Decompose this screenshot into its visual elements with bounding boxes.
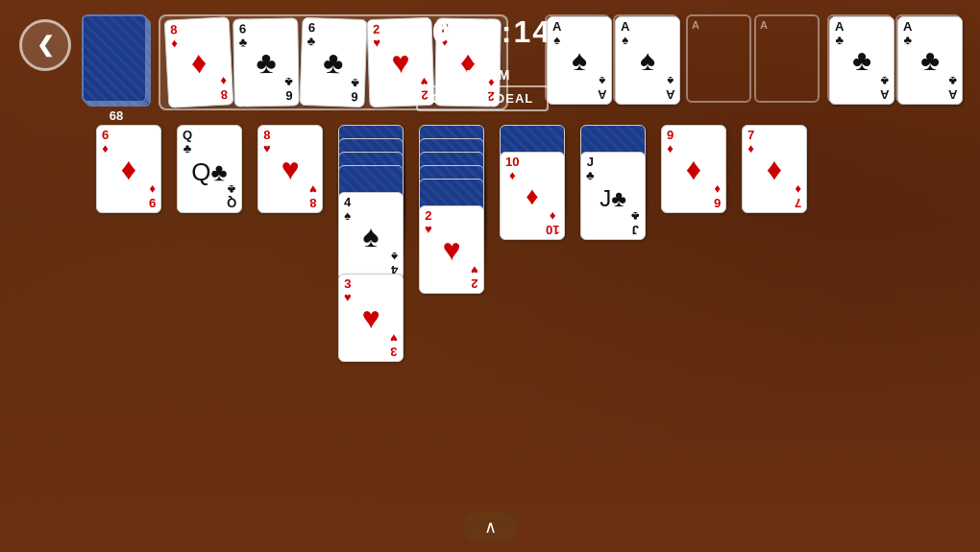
tableau-col-3: 4♠ ♠ 4♠ 3♥ ♥ 3♥ [338, 125, 407, 394]
difficulty-display: MEDIUM [413, 67, 551, 83]
bottom-arrow-button[interactable]: ∧ [463, 512, 518, 542]
tableau-card-7-0[interactable]: 9♦ ♦ 6♦ [661, 125, 726, 213]
score-display: 8 8 [413, 50, 551, 67]
tableau-card-8-0[interactable]: 7♦ ♦ 7♦ [742, 125, 807, 213]
tableau-card-4-0[interactable]: 2♥ ♥ 2♥ [419, 205, 484, 294]
dealt-card-2[interactable]: 6♣ ♣ 6♣ [299, 17, 367, 108]
timer-area: 00:00:14 8 8 MEDIUM CHANGE DEAL [413, 14, 551, 111]
tableau-col-8: 7♦ ♦ 7♦ [742, 125, 811, 336]
foundation-card-as2: A♠ ♠ A♠ [615, 16, 680, 105]
tableau-card-5-0[interactable]: 10♦ ♦ 10♦ [500, 152, 565, 240]
foundation-slot-3a[interactable]: A♣ ♣ A♣ [827, 14, 893, 103]
deck-stack[interactable]: 68 [82, 14, 151, 106]
deck-area: 68 [82, 14, 151, 106]
foundations-area: A♠ ♠ A♠ A♠ ♠ A♠ A A A♣ ♣ A♣ [545, 14, 961, 103]
foundation-card-as1: A♠ ♠ A♠ [547, 16, 612, 105]
tableau-card-3-0[interactable]: 4♠ ♠ 4♠ [338, 192, 404, 280]
back-button[interactable] [19, 19, 71, 71]
tableau-col-5: 10♦ ♦ 10♦ [500, 125, 569, 336]
dealt-card-1[interactable]: 6♣ ♣ 6♣ [233, 17, 300, 107]
foundation-group-3: A♣ ♣ A♣ A♣ ♣ A♣ [827, 14, 961, 103]
tableau: 6♦ ♦ 9♦ Q♣ Q♣ Q♣ 8♥ ♥ 8♥ 4♠ ♠ 4♠ 3♥ [96, 125, 961, 394]
foundation-slot-2b[interactable]: A [754, 14, 820, 103]
dealt-card-0[interactable]: 8♦ ♦ 8♦ [164, 16, 234, 108]
foundation-card-ac1: A♣ ♣ A♣ [829, 16, 894, 105]
tableau-col-0: 6♦ ♦ 9♦ [96, 125, 165, 278]
foundation-card-ac2: A♣ ♣ A♣ [897, 16, 963, 105]
foundation-slot-3b[interactable]: A♣ ♣ A♣ [895, 14, 961, 103]
tableau-col-6: J♣ J♣ J♣ [580, 125, 649, 336]
deck-count: 68 [110, 108, 123, 123]
tableau-card-6-0[interactable]: J♣ J♣ J♣ [580, 152, 646, 240]
tableau-col-7: 9♦ ♦ 6♦ [661, 125, 730, 336]
foundation-group-1: A♠ ♠ A♠ A♠ ♠ A♠ [545, 14, 678, 103]
foundation-slot-1a[interactable]: A♠ ♠ A♠ [545, 14, 610, 103]
foundation-group-2: A A [686, 14, 820, 103]
tableau-card-3-1[interactable]: 3♥ ♥ 3♥ [338, 274, 404, 362]
tableau-col-1: Q♣ Q♣ Q♣ [177, 125, 246, 278]
tableau-card-2-0[interactable]: 8♥ ♥ 8♥ [257, 125, 323, 213]
tableau-card-0-0[interactable]: 6♦ ♦ 9♦ [96, 125, 161, 213]
tableau-col-2: 8♥ ♥ 8♥ [257, 125, 327, 278]
foundation-slot-1b[interactable]: A♠ ♠ A♠ [613, 14, 678, 103]
foundation-slot-2a[interactable]: A [686, 14, 751, 103]
deck-card-1 [82, 14, 147, 103]
tableau-card-1-0[interactable]: Q♣ Q♣ Q♣ [177, 125, 242, 213]
timer-display: 00:00:14 [413, 14, 551, 50]
tableau-col-4: 2♥ ♥ 2♥ [419, 125, 488, 365]
change-deal-button[interactable]: CHANGE DEAL [416, 85, 549, 111]
